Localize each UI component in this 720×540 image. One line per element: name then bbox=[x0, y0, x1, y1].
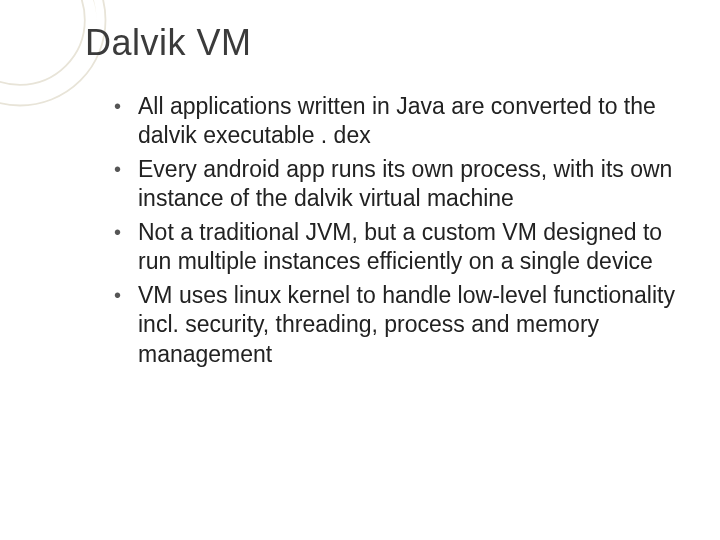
svg-point-1 bbox=[0, 0, 85, 85]
list-item: VM uses linux kernel to handle low-level… bbox=[110, 281, 692, 369]
list-item: Not a traditional JVM, but a custom VM d… bbox=[110, 218, 692, 277]
slide-title: Dalvik VM bbox=[85, 22, 252, 64]
bullet-list: All applications written in Java are con… bbox=[110, 92, 692, 369]
list-item: All applications written in Java are con… bbox=[110, 92, 692, 151]
list-item: Every android app runs its own process, … bbox=[110, 155, 692, 214]
slide-content: All applications written in Java are con… bbox=[110, 92, 692, 373]
